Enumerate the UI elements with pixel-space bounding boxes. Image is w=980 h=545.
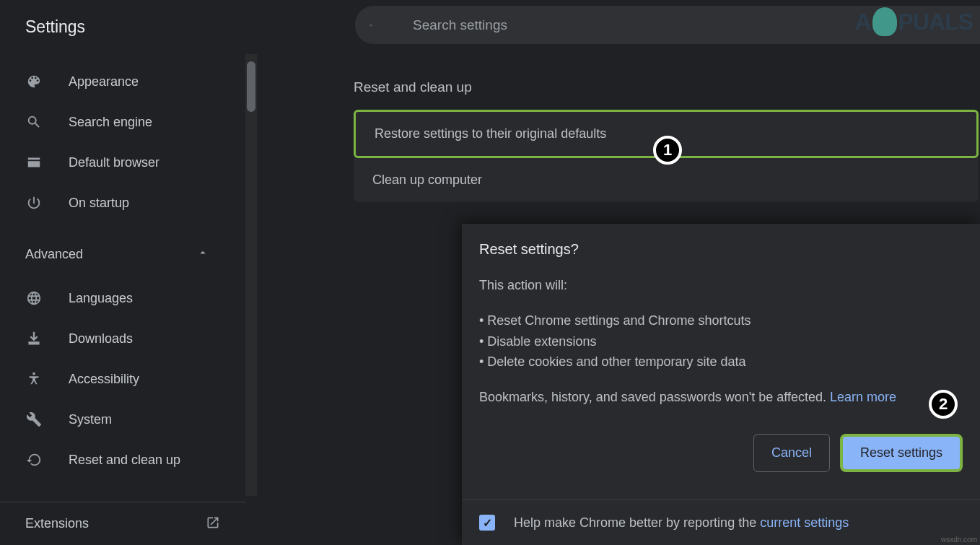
dialog-title: Reset settings? bbox=[479, 241, 963, 258]
sidebar-item-on-startup[interactable]: On startup bbox=[25, 183, 245, 223]
globe-icon bbox=[25, 289, 43, 307]
restore-icon bbox=[25, 451, 43, 468]
sidebar-item-appearance[interactable]: Appearance bbox=[25, 61, 245, 102]
sidebar-item-label: Search engine bbox=[69, 115, 152, 130]
sidebar-item-downloads[interactable]: Downloads bbox=[25, 318, 245, 359]
current-settings-link[interactable]: current settings bbox=[760, 515, 849, 530]
sidebar-extensions[interactable]: Extensions bbox=[0, 502, 245, 545]
attribution-text: wsxdn.com bbox=[941, 536, 977, 544]
sidebar-item-label: System bbox=[69, 412, 112, 427]
sidebar-item-default-browser[interactable]: Default browser bbox=[25, 142, 245, 183]
reset-settings-dialog: Reset settings? This action will: • Rese… bbox=[462, 224, 980, 545]
wrench-icon bbox=[25, 411, 43, 428]
row-label: Restore settings to their original defau… bbox=[375, 126, 606, 141]
sidebar: Appearance Search engine Default browser… bbox=[0, 54, 245, 496]
section-title: Reset and clean up bbox=[354, 79, 979, 95]
sidebar-item-label: Default browser bbox=[69, 155, 159, 170]
dialog-bullets: • Reset Chrome settings and Chrome short… bbox=[479, 310, 963, 372]
sidebar-item-label: On startup bbox=[69, 196, 129, 211]
sidebar-scrollbar[interactable] bbox=[245, 54, 257, 496]
dialog-footer: ✓ Help make Chrome better by reporting t… bbox=[462, 500, 980, 545]
search-icon bbox=[369, 17, 387, 34]
sidebar-item-label: Accessibility bbox=[69, 372, 139, 387]
annotation-step-2: 2 bbox=[929, 390, 958, 419]
dialog-note: Bookmarks, history, and saved passwords … bbox=[479, 387, 963, 408]
sidebar-item-label: Downloads bbox=[69, 331, 133, 346]
chevron-up-icon bbox=[196, 246, 209, 262]
cancel-button[interactable]: Cancel bbox=[753, 434, 830, 472]
sidebar-item-label: Reset and clean up bbox=[69, 453, 180, 468]
dialog-intro: This action will: bbox=[479, 275, 963, 296]
row-label: Clean up computer bbox=[372, 173, 482, 187]
sidebar-advanced-toggle[interactable]: Advanced bbox=[25, 234, 245, 274]
search-icon bbox=[25, 113, 43, 131]
scrollbar-thumb[interactable] bbox=[247, 61, 255, 112]
accessibility-icon bbox=[25, 370, 43, 388]
palette-icon bbox=[25, 73, 43, 90]
download-icon bbox=[25, 330, 43, 347]
sidebar-item-accessibility[interactable]: Accessibility bbox=[25, 359, 245, 399]
advanced-label: Advanced bbox=[25, 247, 83, 262]
power-icon bbox=[25, 194, 43, 212]
extensions-label: Extensions bbox=[25, 516, 89, 531]
annotation-step-1: 1 bbox=[653, 136, 682, 165]
footer-text: Help make Chrome better by reporting the… bbox=[514, 515, 849, 531]
sidebar-item-reset-cleanup[interactable]: Reset and clean up bbox=[25, 440, 245, 480]
mascot-icon bbox=[872, 7, 897, 36]
open-in-new-icon bbox=[206, 515, 220, 533]
appuals-watermark: A PUALS bbox=[854, 7, 973, 36]
sidebar-item-label: Languages bbox=[69, 291, 133, 306]
dialog-buttons: Cancel Reset settings bbox=[479, 434, 963, 472]
clean-up-computer-row[interactable]: Clean up computer bbox=[354, 158, 979, 202]
sidebar-item-search-engine[interactable]: Search engine bbox=[25, 102, 245, 142]
sidebar-item-system[interactable]: System bbox=[25, 399, 245, 440]
learn-more-link[interactable]: Learn more bbox=[830, 390, 896, 404]
svg-point-0 bbox=[32, 372, 35, 375]
sidebar-item-label: Appearance bbox=[69, 74, 139, 90]
browser-icon bbox=[25, 154, 43, 171]
sidebar-item-languages[interactable]: Languages bbox=[25, 278, 245, 318]
page-title: Settings bbox=[25, 17, 85, 37]
reset-settings-button[interactable]: Reset settings bbox=[840, 434, 963, 472]
report-checkbox[interactable]: ✓ bbox=[479, 515, 495, 531]
